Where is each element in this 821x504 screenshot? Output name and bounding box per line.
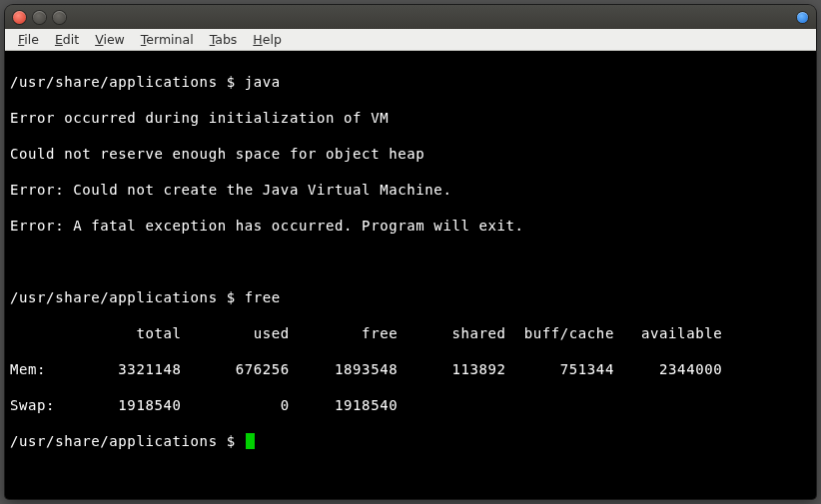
terminal-viewport[interactable]: /usr/share/applications $ java Error occ…: [5, 51, 816, 499]
prompt-symbol: $: [227, 74, 236, 90]
output-line: Error occurred during initialization of …: [10, 109, 811, 127]
terminal-window: File Edit View Terminal Tabs Help /usr/s…: [5, 5, 816, 499]
menu-file-label: File: [18, 32, 39, 47]
menu-view-label: View: [95, 32, 125, 47]
prompt-path: /usr/share/applications: [10, 74, 218, 90]
prompt-line: /usr/share/applications $ free: [10, 288, 811, 306]
menu-edit[interactable]: Edit: [48, 30, 86, 49]
cursor-block: [246, 433, 255, 449]
prompt-path: /usr/share/applications: [10, 289, 218, 305]
blank-line: [10, 252, 811, 270]
close-icon[interactable]: [13, 11, 26, 24]
menu-file[interactable]: File: [11, 30, 46, 49]
minimize-icon[interactable]: [33, 11, 46, 24]
prompt-path: /usr/share/applications: [10, 433, 218, 449]
prompt-line: /usr/share/applications $: [10, 432, 811, 450]
output-line: Could not reserve enough space for objec…: [10, 145, 811, 163]
menu-help-label: Help: [253, 32, 282, 47]
menu-help[interactable]: Help: [246, 30, 289, 49]
menu-edit-label: Edit: [55, 32, 79, 47]
maximize-icon[interactable]: [53, 11, 66, 24]
menu-tabs-label: Tabs: [210, 32, 238, 47]
command-java: java: [245, 74, 281, 90]
free-swap-line: Swap: 1918540 0 1918540: [10, 396, 811, 414]
titlebar: [5, 5, 816, 29]
menubar: File Edit View Terminal Tabs Help: [5, 29, 816, 51]
window-buttons: [13, 11, 66, 24]
free-header-line: total used free shared buff/cache availa…: [10, 324, 811, 342]
prompt-line: /usr/share/applications $ java: [10, 73, 811, 91]
prompt-symbol: $: [227, 289, 236, 305]
prompt-symbol: $: [227, 433, 236, 449]
menu-terminal-label: Terminal: [141, 32, 194, 47]
output-line: Error: A fatal exception has occurred. P…: [10, 217, 811, 235]
menu-view[interactable]: View: [88, 30, 132, 49]
command-free: free: [245, 289, 281, 305]
tray-indicator-icon: [797, 12, 808, 23]
resize-grip-icon[interactable]: [800, 483, 814, 497]
menu-terminal[interactable]: Terminal: [134, 30, 201, 49]
output-line: Error: Could not create the Java Virtual…: [10, 181, 811, 199]
free-mem-line: Mem: 3321148 676256 1893548 113892 75134…: [10, 360, 811, 378]
menu-tabs[interactable]: Tabs: [203, 30, 245, 49]
